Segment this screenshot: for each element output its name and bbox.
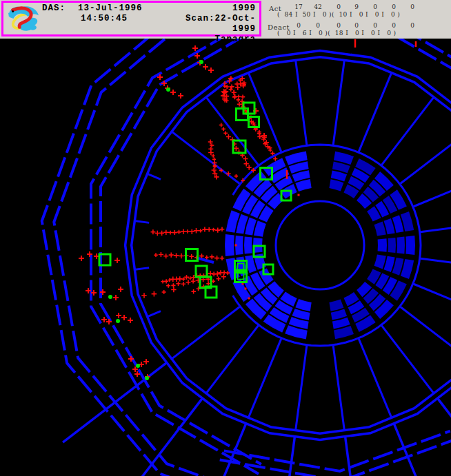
act-count: 0 [331, 3, 346, 10]
das-time: 14:50:45 [42, 14, 165, 24]
event-display[interactable] [0, 0, 451, 476]
deact-count: 0 [291, 22, 306, 29]
deact-count: 0 [386, 22, 401, 29]
act-count: 17 [291, 3, 306, 10]
deact-count: 0 [310, 22, 325, 29]
beam-value: 80.7 GeV [78, 0, 125, 3]
scan-date: Scan:22-Oct-1999 [165, 14, 256, 34]
act-totals: ( 84 I 50 I 0 )( 10 I 0 I 0 I 0 ) [277, 11, 400, 18]
beam-das-column: Beam:80.7 GeV DAS:13-Jul-1996 14:50:45 [42, 0, 165, 45]
chamber-counters: Act 17 42 0 9 0 0 0 ( 84 I 50 I 0 )( 10 … [268, 1, 448, 37]
act-count: 0 [405, 3, 420, 10]
act-count: 0 [368, 3, 383, 10]
deact-count: 0 [405, 22, 420, 29]
application-window: Beam:80.7 GeV DAS:13-Jul-1996 14:50:45 P… [0, 0, 451, 476]
deact-count: 0 [331, 22, 346, 29]
act-count: 0 [386, 3, 401, 10]
run-info-panel: Beam:80.7 GeV DAS:13-Jul-1996 14:50:45 P… [1, 1, 261, 37]
deact-count: 0 [368, 22, 383, 29]
act-count: 42 [310, 3, 325, 10]
das-label: DAS: [42, 3, 78, 14]
proc-date: Proc:22-Oct-1999 [165, 0, 256, 14]
delphi-logo-icon [3, 3, 42, 34]
act-count: 9 [349, 3, 364, 10]
deact-count: 0 [349, 22, 364, 29]
das-date: 13-Jul-1996 [78, 3, 143, 13]
proc-scan-column: Proc:22-Oct-1999 Scan:22-Oct-1999 Tanagr… [165, 0, 259, 45]
deact-totals: ( 0 I 6 I 0 )( 18 I 0 I 0 I 0 ) [277, 30, 396, 37]
status-bar: Beam:80.7 GeV DAS:13-Jul-1996 14:50:45 P… [0, 0, 451, 39]
software-name: Tanagra [165, 34, 256, 45]
